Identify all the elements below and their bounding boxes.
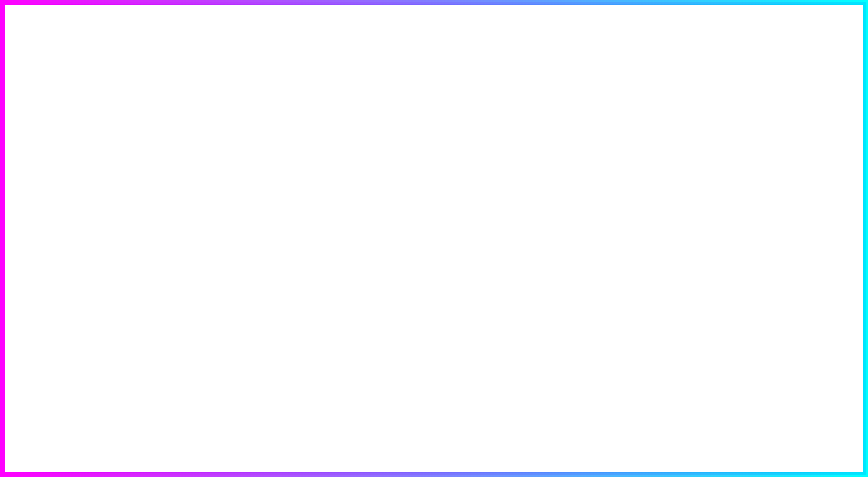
gradient-stop-left[interactable] bbox=[276, 236, 281, 246]
gradient-midpoint-handle[interactable] bbox=[467, 225, 482, 242]
dot-4 bbox=[45, 159, 48, 162]
swatch-cyan[interactable] bbox=[150, 447, 171, 469]
angle-direction-select[interactable]: to right to left to top to bottom bbox=[65, 152, 127, 169]
svg-line-5 bbox=[122, 447, 144, 469]
svg-rect-1 bbox=[137, 130, 141, 133]
app-logo bbox=[70, 20, 135, 85]
color-dot-2[interactable] bbox=[723, 169, 735, 181]
swatch-yellow-green[interactable] bbox=[40, 447, 61, 469]
gear-icon bbox=[847, 15, 860, 28]
layer-title-row: ▼ Layer 1 bbox=[12, 129, 56, 140]
stop-2-slider-2-fill bbox=[738, 207, 825, 210]
nav-left-icon[interactable]: < bbox=[673, 18, 678, 28]
layer-grid-icon-btn[interactable] bbox=[127, 124, 146, 143]
svg-point-6 bbox=[473, 237, 476, 240]
example-swatches bbox=[12, 447, 192, 469]
add-color-button[interactable]: Add a random color ⇄ bbox=[715, 439, 860, 466]
color-space-row: ⓘ Color Space oklab oklch srgb hsl ▼ bbox=[715, 38, 860, 56]
angle-row: Angle to right to left to t bbox=[12, 152, 192, 169]
swatch-black-white[interactable] bbox=[122, 447, 144, 469]
stop-1-slider-2-track[interactable] bbox=[738, 124, 825, 127]
swatch-pink-white[interactable] bbox=[67, 447, 89, 469]
angle-slider-thumb[interactable] bbox=[64, 185, 72, 193]
settings-icon-row bbox=[715, 15, 860, 31]
stop-1-slider-2-thumb[interactable] bbox=[734, 122, 741, 130]
angle-wedge-icon bbox=[12, 178, 30, 199]
app-container: BETA HD Gradients ▼ Layer 1 bbox=[2, 2, 868, 477]
add-layer-button[interactable]: + bbox=[90, 322, 116, 348]
color-dot-1[interactable] bbox=[723, 86, 735, 98]
stop-1-slider-2-value: 0 % bbox=[830, 122, 851, 130]
dot-7 bbox=[45, 164, 48, 166]
dot-6 bbox=[54, 159, 57, 162]
layer-header: ▼ Layer 1 bbox=[12, 124, 192, 143]
color-space-select[interactable]: oklab oklch srgb hsl bbox=[812, 38, 860, 56]
nav-right-icon[interactable]: > bbox=[681, 18, 686, 28]
wedge-shape bbox=[12, 178, 30, 195]
stop-2-slider-2-thumb[interactable] bbox=[821, 205, 828, 212]
color-stop-1-more-icon[interactable]: ⋮ bbox=[840, 85, 851, 99]
angle-value: 90° bbox=[172, 184, 192, 194]
right-panel: ⓘ Color Space oklab oklch srgb hsl ▼ okl… bbox=[704, 5, 868, 476]
stop-2-slider-1-value: 100 % bbox=[829, 191, 851, 200]
stop-2-slider-1-track[interactable] bbox=[738, 194, 825, 197]
svg-point-7 bbox=[851, 20, 856, 24]
stop-2-slider-1-fill bbox=[738, 194, 825, 197]
layer-name: Layer 1 bbox=[24, 129, 57, 140]
angle-slider-row: 90° bbox=[12, 178, 192, 199]
layer-section: ▼ Layer 1 bbox=[2, 116, 203, 426]
gradient-preview[interactable] bbox=[276, 49, 631, 433]
link-icon-3: 🔗 bbox=[723, 203, 733, 213]
stop-1-slider-3-thumb[interactable] bbox=[778, 135, 786, 143]
stop-1-slider-3-value: 50 % bbox=[830, 135, 851, 143]
layer-half-circle-icon-btn[interactable] bbox=[150, 124, 169, 143]
link-icon-1: 🔗 bbox=[723, 108, 733, 117]
swatch-yellow[interactable] bbox=[177, 447, 199, 469]
main-canvas: HDR < > bbox=[203, 5, 704, 476]
color-stop-2-more-icon[interactable]: ⋮ bbox=[840, 169, 851, 182]
swatch-pink-orange[interactable] bbox=[12, 447, 34, 469]
svg-rect-2 bbox=[132, 135, 136, 138]
stop-2-slider-1-thumb[interactable] bbox=[821, 192, 828, 199]
color-stop-1-header: oklch(70% 0.5 340) ⋮ bbox=[723, 82, 851, 102]
color-stop-2: oklch(90% 0.5 200) ⋮ 100 % 🔗 bbox=[715, 158, 860, 220]
half-circle-icon bbox=[155, 129, 165, 139]
settings-button[interactable] bbox=[847, 15, 860, 31]
swatch-purple-blue[interactable] bbox=[95, 447, 116, 469]
examples-label: HD EXAMPLES bbox=[12, 434, 192, 442]
add-color-label: Add a random color bbox=[739, 447, 821, 458]
link-icon-2: 🔗 bbox=[723, 121, 733, 130]
stop-1-slider-3-track[interactable] bbox=[738, 138, 825, 140]
moon-icon bbox=[178, 129, 188, 139]
gradient-stop-right[interactable] bbox=[626, 236, 631, 246]
midpoint-curve-icon bbox=[467, 225, 482, 240]
canvas-nav-arrows[interactable]: < > bbox=[666, 15, 694, 31]
diagonal-icon bbox=[122, 447, 144, 469]
color-stop-2-name: oklch(90% 0.5 200) bbox=[741, 165, 834, 185]
dot-3 bbox=[54, 154, 57, 157]
stop-1-slider-3-fill bbox=[738, 138, 782, 140]
color-stop-2-header: oklch(90% 0.5 200) ⋮ bbox=[723, 165, 851, 185]
layer-chevron-icon[interactable]: ▼ bbox=[12, 130, 20, 138]
sidebar-header: BETA HD Gradients bbox=[2, 5, 203, 116]
svg-rect-3 bbox=[137, 135, 141, 138]
stop-2-slider-2-value: 100 % bbox=[829, 204, 851, 213]
angle-select-wrapper: to right to left to top to bottom ▼ bbox=[65, 152, 127, 169]
layer-moon-icon-btn[interactable] bbox=[174, 124, 192, 143]
grid-icon bbox=[132, 129, 142, 139]
angle-label: Angle bbox=[12, 156, 38, 166]
angle-slider-track[interactable] bbox=[35, 187, 166, 190]
direction-dots[interactable] bbox=[43, 153, 59, 169]
stop-1-slider-1-track[interactable] bbox=[738, 111, 825, 114]
dot-8 bbox=[50, 164, 53, 166]
color-stop-1: oklch(70% 0.5 340) ⋮ 🔗 0 % 🔗 bbox=[715, 75, 860, 151]
info-icon: ⓘ bbox=[715, 41, 724, 54]
shuffle-icon: ⇄ bbox=[827, 447, 835, 458]
divider-1 bbox=[715, 65, 860, 66]
stop-2-slider-1-row: 100 % bbox=[723, 191, 851, 200]
dot-1 bbox=[45, 154, 48, 157]
stop-1-slider-1-value: 0 % bbox=[830, 109, 851, 117]
stop-2-slider-2-track[interactable] bbox=[738, 207, 825, 210]
color-stop-2-sliders: 100 % 🔗 100 % bbox=[723, 191, 851, 213]
stop-1-slider-1-thumb[interactable] bbox=[734, 109, 741, 117]
